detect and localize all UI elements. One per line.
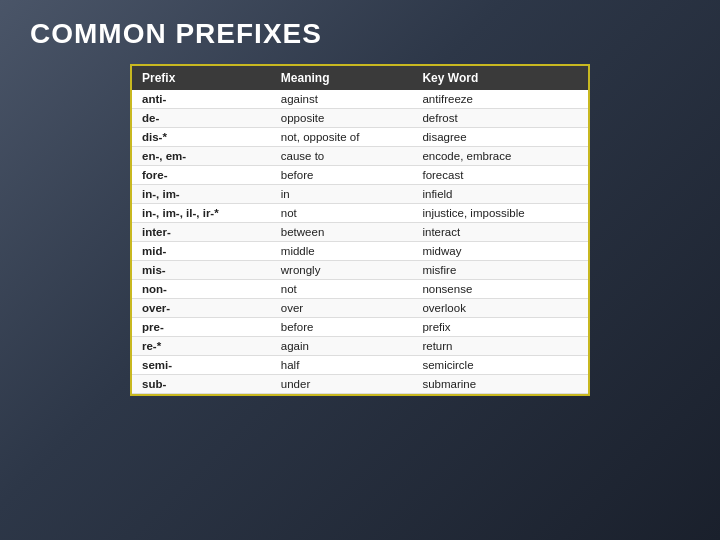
cell-14-2: semicircle [412,356,588,375]
cell-13-0: re-* [132,337,271,356]
cell-8-1: middle [271,242,413,261]
cell-4-1: before [271,166,413,185]
cell-7-0: inter- [132,223,271,242]
table-row: de-oppositedefrost [132,109,588,128]
cell-10-0: non- [132,280,271,299]
col-header-meaning: Meaning [271,66,413,90]
cell-15-1: under [271,375,413,394]
cell-3-1: cause to [271,147,413,166]
cell-7-2: interact [412,223,588,242]
cell-11-0: over- [132,299,271,318]
cell-9-1: wrongly [271,261,413,280]
cell-1-0: de- [132,109,271,128]
table-row: anti-againstantifreeze [132,90,588,109]
cell-0-2: antifreeze [412,90,588,109]
table-row: non-notnonsense [132,280,588,299]
table-row: inter-betweeninteract [132,223,588,242]
cell-13-1: again [271,337,413,356]
cell-14-1: half [271,356,413,375]
table-row: over-overoverlook [132,299,588,318]
cell-8-2: midway [412,242,588,261]
col-header-keyword: Key Word [412,66,588,90]
cell-1-1: opposite [271,109,413,128]
cell-2-1: not, opposite of [271,128,413,147]
cell-5-0: in-, im- [132,185,271,204]
cell-5-2: infield [412,185,588,204]
table-header-row: Prefix Meaning Key Word [132,66,588,90]
cell-0-0: anti- [132,90,271,109]
table-row: dis-*not, opposite ofdisagree [132,128,588,147]
cell-4-2: forecast [412,166,588,185]
col-header-prefix: Prefix [132,66,271,90]
cell-7-1: between [271,223,413,242]
table-body: anti-againstantifreezede-oppositedefrost… [132,90,588,394]
table-row: in-, im-ininfield [132,185,588,204]
cell-10-1: not [271,280,413,299]
cell-12-2: prefix [412,318,588,337]
cell-11-2: overlook [412,299,588,318]
cell-12-1: before [271,318,413,337]
cell-4-0: fore- [132,166,271,185]
cell-2-0: dis-* [132,128,271,147]
cell-3-2: encode, embrace [412,147,588,166]
cell-8-0: mid- [132,242,271,261]
cell-11-1: over [271,299,413,318]
cell-6-1: not [271,204,413,223]
table-row: re-*againreturn [132,337,588,356]
prefixes-table-container: Prefix Meaning Key Word anti-againstanti… [130,64,590,396]
table-row: mis-wronglymisfire [132,261,588,280]
table-row: en-, em-cause toencode, embrace [132,147,588,166]
cell-15-0: sub- [132,375,271,394]
cell-14-0: semi- [132,356,271,375]
cell-2-2: disagree [412,128,588,147]
cell-0-1: against [271,90,413,109]
table-row: fore-beforeforecast [132,166,588,185]
cell-6-2: injustice, impossible [412,204,588,223]
cell-1-2: defrost [412,109,588,128]
cell-9-0: mis- [132,261,271,280]
cell-15-2: submarine [412,375,588,394]
cell-5-1: in [271,185,413,204]
table-row: in-, im-, il-, ir-*notinjustice, impossi… [132,204,588,223]
prefixes-table: Prefix Meaning Key Word anti-againstanti… [132,66,588,394]
cell-6-0: in-, im-, il-, ir-* [132,204,271,223]
cell-12-0: pre- [132,318,271,337]
cell-10-2: nonsense [412,280,588,299]
table-row: pre-beforeprefix [132,318,588,337]
table-row: mid-middlemidway [132,242,588,261]
page-title: COMMON PREFIXES [0,0,322,64]
cell-9-2: misfire [412,261,588,280]
cell-3-0: en-, em- [132,147,271,166]
table-row: semi-halfsemicircle [132,356,588,375]
cell-13-2: return [412,337,588,356]
table-row: sub-undersubmarine [132,375,588,394]
